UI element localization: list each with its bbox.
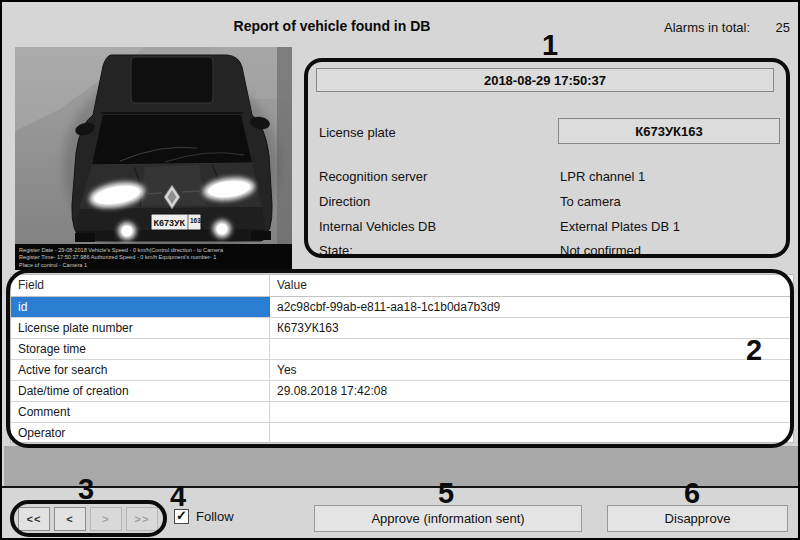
approve-button[interactable]: Approve (information sent) — [314, 505, 582, 532]
callout-number-3: 3 — [78, 475, 94, 504]
bottom-separator-line — [2, 486, 800, 488]
nav-prev-button[interactable]: < — [54, 507, 86, 531]
direction-value: To camera — [560, 194, 621, 209]
nav-next-button[interactable]: > — [90, 507, 122, 531]
cell-value: 29.08.2018 17:42:08 — [270, 381, 793, 401]
photo-overlay-line3: Place of control - Camera 1 — [19, 262, 87, 268]
license-plate-field: К673УК163 — [558, 118, 780, 144]
report-window: Report of vehicle found in DB Alarms in … — [0, 0, 800, 540]
column-header-field: Field — [11, 275, 270, 296]
cell-value — [270, 339, 793, 359]
state-label: State: — [319, 243, 353, 258]
photo-overlay-line1: Register Date - 29-08-2018 Vehicle's Spe… — [19, 247, 224, 253]
table-row-operator[interactable]: Operator — [11, 423, 793, 444]
recognition-server-label: Recognition server — [319, 169, 427, 184]
cell-value: Yes — [270, 360, 793, 380]
cell-field: Active for search — [11, 360, 270, 380]
follow-label: Follow — [196, 509, 234, 524]
column-header-value: Value — [270, 275, 793, 296]
properties-table: Field Value id a2c98cbf-99ab-e811-aa18-1… — [10, 274, 794, 443]
disapprove-button[interactable]: Disapprove — [607, 505, 788, 532]
callout-number-6: 6 — [684, 479, 700, 508]
vehicle-photo-image: К673УК 163 Register Date - 29-08-2018 Ve… — [15, 47, 292, 270]
cell-value — [270, 423, 793, 443]
table-row-date-time-of-creation[interactable]: Date/time of creation 29.08.2018 17:42:0… — [11, 381, 793, 402]
photo-plate-region: 163 — [190, 217, 201, 224]
callout-number-1: 1 — [542, 31, 558, 60]
cell-field: License plate number — [11, 318, 270, 338]
cell-field: Date/time of creation — [11, 381, 270, 401]
cell-value: a2c98cbf-99ab-e811-aa18-1c1b0da7b3d9 — [270, 297, 793, 317]
page-title: Report of vehicle found in DB — [142, 18, 522, 34]
alarms-total-count: 25 — [760, 20, 790, 35]
table-row-comment[interactable]: Comment — [11, 402, 793, 423]
table-header-row: Field Value — [11, 275, 793, 297]
table-row-id[interactable]: id a2c98cbf-99ab-e811-aa18-1c1b0da7b3d9 — [11, 297, 793, 318]
event-timestamp-field: 2018-08-29 17:50:37 — [316, 68, 774, 92]
callout-number-2: 2 — [746, 336, 762, 365]
callout-number-5: 5 — [438, 479, 454, 508]
cell-field: id — [11, 297, 270, 317]
lower-gray-panel — [4, 446, 798, 486]
table-row-active-for-search[interactable]: Active for search Yes — [11, 360, 793, 381]
state-value: Not confirmed — [560, 243, 641, 258]
cell-field: Comment — [11, 402, 270, 422]
direction-label: Direction — [319, 194, 370, 209]
callout-number-4: 4 — [170, 482, 186, 511]
photo-overlay-line2: Register Time- 17:50:37.986 Authorized S… — [19, 254, 216, 260]
nav-last-button[interactable]: >> — [126, 507, 158, 531]
alarms-total-label: Alarms in total: — [632, 20, 750, 35]
table-row-license-plate-number[interactable]: License plate number К673УК163 — [11, 318, 793, 339]
photo-plate-text: К673УК — [154, 218, 186, 228]
cell-value — [270, 402, 793, 422]
cell-field: Operator — [11, 423, 270, 443]
license-plate-label: License plate — [319, 125, 396, 140]
internal-vehicles-db-value: External Plates DB 1 — [560, 219, 680, 234]
recognition-server-value: LPR channel 1 — [560, 169, 645, 184]
table-row-storage-time[interactable]: Storage time — [11, 339, 793, 360]
nav-first-button[interactable]: << — [18, 507, 50, 531]
cell-field: Storage time — [11, 339, 270, 359]
cell-value: К673УК163 — [270, 318, 793, 338]
vehicle-photo: К673УК 163 Register Date - 29-08-2018 Ve… — [15, 47, 292, 270]
internal-vehicles-db-label: Internal Vehicles DB — [319, 219, 436, 234]
